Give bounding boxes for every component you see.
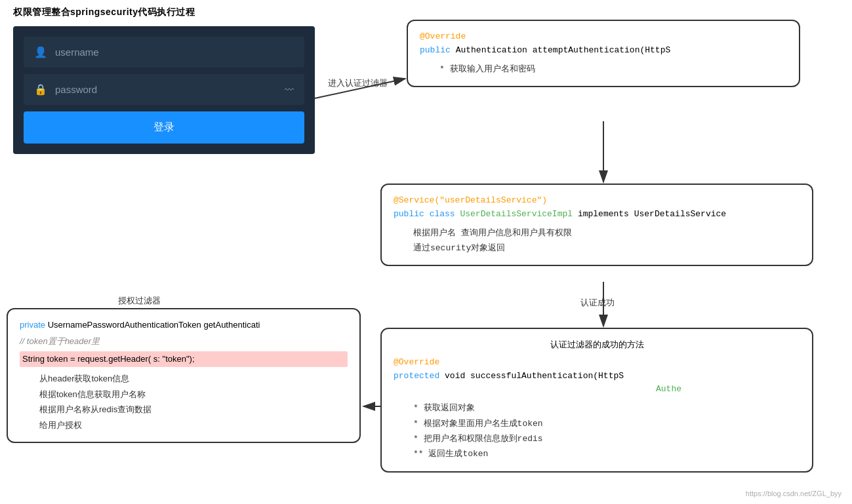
password-placeholder: password	[55, 84, 277, 95]
authe-cont: Authe	[394, 383, 800, 397]
label-enter-filter: 进入认证过滤器	[328, 77, 388, 89]
token-highlight: String token = request.getHeader( s: "to…	[20, 351, 348, 368]
code-annotation-service: @Service("userDetailsService")	[394, 194, 800, 208]
login-form: 👤 username 🔒 password 〰 登录	[13, 26, 315, 154]
desc-get-credentials: * 获取输入用户名和密码	[439, 64, 535, 74]
code-box-user-details: @Service("userDetailsService") public cl…	[380, 184, 813, 266]
code-private-line: private UsernamePasswordAuthenticationTo…	[20, 319, 348, 332]
auth-desc-3: 根据用户名称从redis查询数据	[39, 402, 348, 417]
code-desc-2: 根据用户名 查询用户信息和用户具有权限 通过security对象返回	[413, 225, 800, 256]
page-title: 权限管理整合springsecurity代码执行过程	[13, 7, 195, 18]
authe-text: Authe	[656, 384, 681, 394]
private-rest: UsernamePasswordAuthenticationToken getA…	[48, 320, 260, 330]
code-box-auth-filter: private UsernamePasswordAuthenticationTo…	[7, 308, 361, 443]
service-annotation: @Service("userDetailsService")	[394, 195, 547, 205]
desc-return-security: 通过security对象返回	[413, 241, 800, 256]
watermark: https://blog.csdn.net/ZGL_byy	[746, 490, 842, 497]
code-desc-1: * 获取输入用户名和密码	[439, 62, 787, 77]
lock-icon: 🔒	[34, 83, 47, 96]
keyword-class: class	[430, 209, 460, 219]
success-desc-2: * 根据对象里面用户名生成token	[413, 416, 800, 431]
implements-rest: implements UserDetailsService	[578, 209, 726, 219]
code-line-1: @Override	[420, 30, 787, 44]
success-desc-4: ** 返回生成token	[413, 446, 800, 461]
code-line-2: public Authentication attemptAuthenticat…	[420, 44, 787, 58]
keyword-protected: protected	[394, 371, 439, 381]
auth-desc-1: 从header获取token信息	[39, 371, 348, 386]
desc-query-user: 根据用户名 查询用户信息和用户具有权限	[413, 225, 800, 241]
password-field[interactable]: 🔒 password 〰	[24, 74, 304, 105]
success-rest: void successfulAuthentication(HttpS	[445, 371, 624, 381]
annotation-override: @Override	[420, 31, 466, 41]
auth-desc-2: 根据token信息获取用户名称	[39, 387, 348, 402]
token-comment: // token置于header里	[20, 336, 100, 346]
keyword-public: public	[420, 45, 451, 55]
keyword-private: private	[20, 320, 45, 330]
success-desc-1: * 获取返回对象	[413, 400, 800, 416]
code-box-attempt-auth: @Override public Authentication attemptA…	[407, 20, 800, 87]
success-annotation: @Override	[394, 356, 800, 370]
login-button[interactable]: 登录	[24, 111, 304, 144]
override-annotation-2: @Override	[394, 357, 439, 367]
class-name: UserDetailsServiceImpl	[460, 209, 573, 219]
success-desc-3: * 把用户名和权限信息放到redis	[413, 431, 800, 446]
auth-desc-4: 给用户授权	[39, 417, 348, 433]
code-class-line: public class UserDetailsServiceImpl impl…	[394, 208, 800, 222]
auth-filter-title: 授权过滤器	[118, 295, 161, 307]
success-method-label: 认证过滤器的成功的方法	[394, 338, 800, 352]
username-placeholder: username	[55, 47, 294, 58]
username-field[interactable]: 👤 username	[24, 37, 304, 68]
user-icon: 👤	[34, 46, 47, 58]
label-auth-success: 认证成功	[580, 297, 615, 309]
eye-icon: 〰	[285, 85, 294, 95]
success-method-line: protected void successfulAuthentication(…	[394, 370, 800, 383]
code-rest-1: Authentication attemptAuthentication(Htt…	[456, 45, 671, 55]
auth-descs: 从header获取token信息 根据token信息获取用户名称 根据用户名称从…	[39, 371, 348, 433]
code-highlight-line: String token = request.getHeader( s: "to…	[20, 351, 348, 368]
keyword-public-2: public	[394, 209, 424, 219]
success-descs: * 获取返回对象 * 根据对象里面用户名生成token * 把用户名和权限信息放…	[413, 400, 800, 462]
code-comment-line: // token置于header里	[20, 335, 348, 349]
code-box-success-auth: 认证过滤器的成功的方法 @Override protected void suc…	[380, 328, 813, 473]
